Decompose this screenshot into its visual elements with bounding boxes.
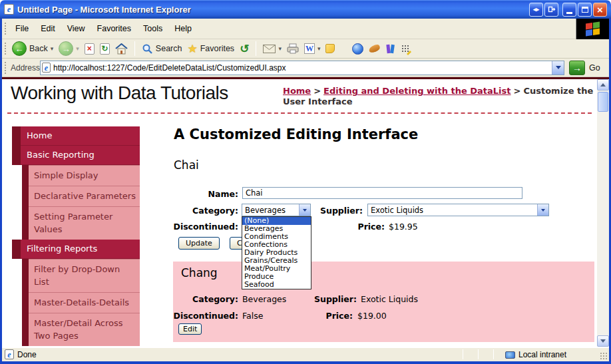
sidebar-item-filter-by-dropdown-list[interactable]: Filter by Drop-Down List [12,259,140,292]
close-button[interactable]: × [593,3,607,17]
back-dropdown-icon: ▾ [51,45,54,52]
back-button[interactable]: ← Back ▾ [9,41,56,56]
discuss-button[interactable] [323,44,337,53]
edit-button[interactable]: Edit [178,323,202,335]
page-viewport: Working with Data Tutorials Home>Editing… [2,77,609,347]
messenger-grid-button[interactable] [399,45,413,53]
sidebar-item-basic-reporting[interactable]: Basic Reporting [12,146,140,165]
price-value: $19.95 [389,222,418,232]
edit-with-word-button[interactable]: W ▾ [302,43,323,54]
header-divider [7,112,592,114]
local-intranet-icon [505,351,515,359]
chevron-down-icon [556,66,561,69]
resize-arrows-icon: ◂▸ [533,6,539,13]
address-url[interactable]: http://localhost:1227/Code/EditDeleteDat… [53,63,286,73]
sidebar-item-filtering-reports[interactable]: Filtering Reports [12,240,140,259]
home-icon [115,43,128,55]
address-bar: Address e http://localhost:1227/Code/Edi… [2,59,609,77]
messenger-button[interactable] [349,43,366,55]
mail-button[interactable]: ▾ [260,45,284,53]
home-button[interactable] [112,43,130,55]
addressbar-grip-handle[interactable] [4,61,7,75]
mail-dropdown-icon: ▾ [278,45,282,52]
favorites-button[interactable]: ★ Favorites [184,42,237,56]
breadcrumb-section-link[interactable]: Editing and Deleting with the DataList [323,86,510,96]
maximize-button[interactable] [578,3,592,17]
chang-price-label: Price: [286,311,353,321]
scroll-up-button[interactable] [597,79,609,91]
resize-grip[interactable] [600,352,608,360]
media-button[interactable] [366,45,383,52]
menu-file[interactable]: File [9,21,35,36]
word-icon: W [304,43,315,54]
menubar-grip-handle[interactable] [4,22,7,35]
page-icon: e [42,63,51,73]
sidebar-item-simple-display[interactable]: Simple Display [12,165,140,186]
chang-category-label: Category: [173,294,238,304]
close-icon: × [597,5,603,15]
books-icon [385,44,396,53]
page-content: Working with Data Tutorials Home>Editing… [2,79,597,347]
supplier-select[interactable]: Exotic Liquids [367,204,549,216]
supplier-label: Supplier: [293,206,363,216]
breadcrumb-separator: > [514,86,521,96]
chang-price-value: $19.00 [357,311,387,321]
update-button[interactable]: Update [178,237,220,250]
chang-discontinued-label: Discontinued: [173,311,238,321]
chang-discontinued-value: False [242,311,263,321]
menu-edit[interactable]: Edit [35,21,61,36]
minimize-button[interactable] [562,3,576,17]
resize-toggle-button[interactable]: ◂▸ [529,3,543,17]
sidebar-item-setting-parameter-values[interactable]: Setting Parameter Values [12,206,140,240]
maximize-icon [582,7,588,13]
window-arrow-icon [548,5,556,13]
search-button[interactable]: Search [139,43,185,55]
sidebar-item-master-details-details[interactable]: Master-Details-Details [12,292,140,313]
breadcrumb-home-link[interactable]: Home [283,86,311,96]
print-button[interactable] [284,43,302,54]
sidebar-item-home[interactable]: Home [12,126,140,146]
back-label: Back [29,44,48,53]
history-icon: ↺ [240,42,249,56]
menu-help[interactable]: Help [168,21,198,36]
go-arrow-icon: → [572,63,582,73]
ie-logo-icon: e [4,4,14,15]
stop-button[interactable]: × [82,43,97,55]
menu-tools[interactable]: Tools [137,21,168,36]
research-button[interactable] [383,44,399,53]
discontinued-label: Discontinued: [173,222,238,232]
go-label: Go [589,63,600,73]
menu-view[interactable]: View [61,21,91,36]
toolbar-grip-handle[interactable] [4,42,7,55]
supplier-dropdown-button[interactable] [537,204,548,216]
main-content: A Customized Editing Interface Chai Name… [173,125,597,347]
breadcrumb: Home>Editing and Deleting with the DataL… [283,86,596,107]
category-label: Category: [173,206,238,216]
scrollbar-thumb[interactable] [598,92,608,112]
scroll-down-button[interactable] [597,335,609,347]
menu-favorites[interactable]: Favorites [91,21,137,36]
address-input[interactable]: e http://localhost:1227/Code/EditDeleteD… [40,61,564,75]
chang-supplier-label: Supplier: [286,294,357,304]
dropdown-option-seafood[interactable]: Seafood [242,281,311,289]
name-label: Name: [173,189,238,199]
forward-button[interactable]: → ▾ [56,41,82,56]
history-button[interactable]: ↺ [237,42,252,56]
zone-label: Local intranet [518,350,566,359]
sidebar-item-declarative-parameters[interactable]: Declarative Parameters [12,186,140,206]
window-border-bottom [0,361,611,364]
chevron-down-icon [541,209,545,212]
refresh-button[interactable]: ↻ [97,43,112,55]
sidebar-item-master-detail-two-pages[interactable]: Master/Detail Across Two Pages [12,313,140,346]
menu-bar: File Edit View Favorites Tools Help [2,19,609,39]
breadcrumb-separator: > [313,86,321,96]
arrow-up-icon [600,83,606,87]
note-icon [325,44,335,53]
address-dropdown-button[interactable] [552,61,564,75]
vertical-scrollbar[interactable] [597,79,609,347]
go-button[interactable]: → [569,61,585,75]
favorites-label: Favorites [200,44,234,53]
status-page-icon: e [5,349,14,359]
name-field[interactable] [242,187,522,199]
detach-window-button[interactable] [544,3,558,17]
